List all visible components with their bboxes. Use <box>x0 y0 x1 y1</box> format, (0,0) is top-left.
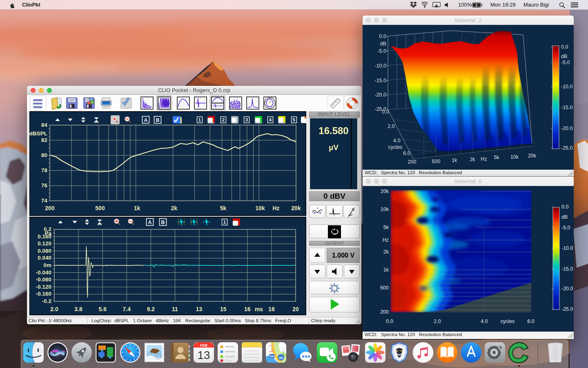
svg-text:500: 500 <box>95 205 105 211</box>
svg-text:18: 18 <box>268 306 275 312</box>
svg-text:10k: 10k <box>510 154 519 160</box>
svg-text:200: 200 <box>408 159 416 165</box>
svg-text:-0.2: -0.2 <box>42 298 51 304</box>
svg-text:B: B <box>161 220 165 225</box>
svg-text:0.040: 0.040 <box>38 255 51 261</box>
svg-text:-0.120: -0.120 <box>36 284 51 290</box>
svg-text:13: 13 <box>197 349 210 361</box>
svg-text:2.0: 2.0 <box>434 319 441 324</box>
svg-text:4.0: 4.0 <box>393 138 400 144</box>
svg-text:6.0: 6.0 <box>403 150 410 156</box>
svg-text:4.0: 4.0 <box>481 319 488 324</box>
svg-text:2k: 2k <box>470 157 475 162</box>
svg-text:-0.160: -0.160 <box>36 291 51 297</box>
svg-text:-0.080: -0.080 <box>36 276 51 283</box>
svg-text:74: 74 <box>41 197 48 204</box>
svg-text:-10.0: -10.0 <box>375 63 387 69</box>
svg-text:ms: ms <box>255 306 263 312</box>
svg-text:80: 80 <box>41 152 47 158</box>
svg-text:200: 200 <box>45 205 55 211</box>
svg-text:-20.0: -20.0 <box>561 126 573 131</box>
svg-text:1k: 1k <box>383 267 389 273</box>
svg-text:0.080: 0.080 <box>38 248 51 254</box>
svg-text:dB: dB <box>380 41 386 47</box>
svg-text:0.0: 0.0 <box>386 319 393 324</box>
svg-text:1: 1 <box>223 220 226 224</box>
svg-text:2k: 2k <box>383 249 389 255</box>
svg-text:1k: 1k <box>452 157 457 163</box>
svg-text:dBSPL: dBSPL <box>29 130 47 137</box>
svg-text:cycles: cycles <box>501 319 515 324</box>
svg-text:2.0: 2.0 <box>50 306 58 312</box>
svg-text:0.0: 0.0 <box>379 34 386 39</box>
svg-text:11: 11 <box>172 306 178 312</box>
svg-text:4: 4 <box>269 117 272 122</box>
svg-text:500: 500 <box>380 285 389 291</box>
svg-text:20: 20 <box>292 306 299 312</box>
svg-text:10k: 10k <box>381 206 389 212</box>
svg-text:0.0: 0.0 <box>561 204 568 210</box>
svg-text:20k: 20k <box>381 188 389 194</box>
svg-text:7.4: 7.4 <box>123 306 131 312</box>
svg-text:-20.0: -20.0 <box>375 92 387 98</box>
svg-text:-25.0: -25.0 <box>561 145 573 151</box>
svg-text:10k: 10k <box>256 205 265 211</box>
svg-text:-5.0: -5.0 <box>561 225 570 231</box>
svg-text:5k: 5k <box>383 224 389 230</box>
svg-text:FEB: FEB <box>200 343 208 348</box>
svg-text:-5.0: -5.0 <box>377 48 386 54</box>
svg-text:78: 78 <box>41 167 48 173</box>
svg-text:500: 500 <box>432 159 441 164</box>
svg-text:1: 1 <box>198 117 201 122</box>
svg-text:15: 15 <box>220 306 227 312</box>
svg-text:-5.0: -5.0 <box>561 60 570 65</box>
svg-text:0.0: 0.0 <box>382 109 389 115</box>
svg-text:-10.0: -10.0 <box>561 245 573 251</box>
svg-text:3D: 3D <box>279 356 283 360</box>
svg-text:cycles: cycles <box>388 144 403 150</box>
svg-text:82: 82 <box>41 137 47 143</box>
svg-text:dB: dB <box>561 54 567 59</box>
svg-text:2k: 2k <box>171 205 178 211</box>
svg-text:dB: dB <box>561 214 568 220</box>
svg-text:20k: 20k <box>528 153 537 159</box>
svg-text:2.0: 2.0 <box>388 123 394 129</box>
svg-text:0.120: 0.120 <box>38 240 51 247</box>
svg-text:3: 3 <box>245 117 248 122</box>
svg-text:16: 16 <box>244 306 251 312</box>
svg-text:0m: 0m <box>43 262 51 268</box>
svg-text:76: 76 <box>41 182 48 188</box>
svg-text:A: A <box>144 117 147 123</box>
svg-text:84: 84 <box>41 122 48 128</box>
svg-text:-25.0: -25.0 <box>561 306 573 312</box>
svg-text:-0.040: -0.040 <box>36 269 51 276</box>
svg-text:-15.0: -15.0 <box>375 78 387 83</box>
svg-text:6.0: 6.0 <box>527 319 534 324</box>
svg-text:3.8: 3.8 <box>74 306 82 312</box>
svg-text:0.160: 0.160 <box>38 233 51 240</box>
svg-text:13: 13 <box>196 306 203 312</box>
svg-text:-15.0: -15.0 <box>561 266 573 272</box>
svg-text:-15.0: -15.0 <box>561 105 573 110</box>
svg-text:Hz: Hz <box>383 237 389 243</box>
svg-text:-10.0: -10.0 <box>561 84 573 90</box>
svg-text:200: 200 <box>380 309 389 315</box>
svg-text:20k: 20k <box>291 205 301 211</box>
svg-text:5k: 5k <box>494 155 499 160</box>
svg-text:1k: 1k <box>134 205 140 211</box>
svg-text:Hz: Hz <box>272 205 279 211</box>
svg-text:5k: 5k <box>220 205 227 211</box>
svg-text:5: 5 <box>293 117 296 122</box>
svg-text:B: B <box>156 117 159 123</box>
svg-text:A: A <box>148 220 151 225</box>
svg-text:5.6: 5.6 <box>98 306 107 312</box>
svg-text:-20.0: -20.0 <box>561 286 573 292</box>
svg-text:0.0: 0.0 <box>561 44 568 50</box>
svg-text:Hz: Hz <box>481 156 487 162</box>
svg-text:9.2: 9.2 <box>147 306 155 312</box>
svg-text:280: 280 <box>270 355 275 358</box>
svg-text:2: 2 <box>222 117 225 122</box>
